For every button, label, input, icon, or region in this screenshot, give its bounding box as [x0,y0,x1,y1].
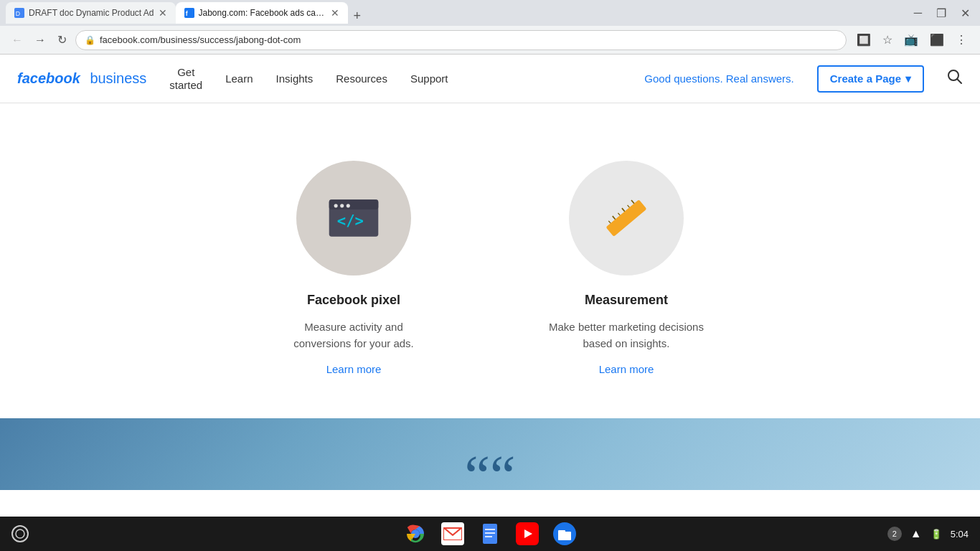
cards-section: </> Facebook pixel Measure activity and … [0,132,980,418]
close-window-button[interactable]: ✕ [956,5,974,22]
tab1-close-icon[interactable]: ✕ [159,7,167,19]
pixel-icon-circle: </> [296,161,411,276]
svg-rect-32 [558,530,565,533]
title-bar: D DRAFT doc Dynamic Product Ad ✕ f Jabon… [0,0,980,26]
taskbar-left [11,525,29,542]
svg-rect-8 [334,204,338,207]
notification-badge: 2 [887,527,902,541]
tab2-title: Jabong.com: Facebook ads cas… [199,8,326,18]
minimize-button[interactable]: ─ [910,5,926,21]
chrome-app-icon[interactable] [404,522,427,545]
bookmark-button[interactable]: ☆ [878,30,897,50]
url-bar[interactable]: 🔒 facebook.com/business/success/jabong-d… [75,30,847,50]
screen-cast-button[interactable]: 📺 [900,30,923,50]
back-button[interactable]: ← [9,31,26,50]
svg-line-18 [631,200,634,204]
taskbar: 2 ▲ 🔋 5:04 [0,517,980,551]
main-navigation: facebook business Getstarted Learn Insig… [0,55,980,103]
svg-line-17 [628,205,630,207]
youtube-icon [516,522,539,545]
browser-chrome: D DRAFT doc Dynamic Product Ad ✕ f Jabon… [0,0,980,55]
svg-text:f: f [185,10,187,17]
svg-line-14 [613,216,616,220]
nav-links: Getstarted Learn Insights Resources Supp… [169,66,621,92]
svg-rect-12 [606,199,647,237]
maximize-button[interactable]: ❐ [932,5,951,22]
wifi-icon: ▲ [910,527,922,540]
forward-button[interactable]: → [32,31,49,50]
svg-line-5 [957,79,961,83]
browser-actions: 🔲 ☆ 📺 ⬛ ⋮ [852,30,971,50]
create-page-button[interactable]: Create a Page ▾ [817,65,924,93]
svg-line-13 [608,221,611,223]
reload-button[interactable]: ↻ [55,30,70,50]
ruler-icon [598,197,655,240]
create-page-label: Create a Page [830,72,901,85]
tab2-close-icon[interactable]: ✕ [331,7,339,19]
pixel-learn-more-link[interactable]: Learn more [326,363,382,375]
youtube-app-icon[interactable] [516,522,539,545]
svg-rect-26 [485,532,495,534]
measurement-learn-more-link[interactable]: Learn more [599,363,654,375]
gmail-app-icon[interactable] [441,522,464,545]
facebook-pixel-card: </> Facebook pixel Measure activity and … [275,161,433,375]
window-controls: ─ ❐ ✕ [910,5,974,22]
ruler-icon-circle [569,161,684,276]
docs-app-icon[interactable] [479,522,501,545]
facebook-business-logo[interactable]: facebook business [17,70,146,87]
battery-icon: 🔋 [930,529,942,540]
main-content: </> Facebook pixel Measure activity and … [0,103,980,490]
gmail-icon [441,522,464,545]
nav-learn[interactable]: Learn [225,72,253,85]
nav-cta-text[interactable]: Good questions. Real answers. [644,72,793,86]
footer-section: ““ [0,418,980,490]
tabs-area: D DRAFT doc Dynamic Product Ad ✕ f Jabon… [6,2,910,24]
docs-icon [479,522,501,545]
system-time: 5:04 [951,529,969,540]
home-button[interactable] [11,525,29,542]
measurement-card-title: Measurement [585,293,668,308]
new-tab-button[interactable]: + [348,9,367,24]
menu-button[interactable]: ⋮ [951,30,971,50]
drive-icon [553,522,576,545]
svg-line-15 [618,213,620,215]
office-button[interactable]: ⬛ [925,30,948,50]
svg-line-16 [622,208,625,212]
tab-jabong[interactable]: f Jabong.com: Facebook ads cas… ✕ [176,2,348,24]
taskbar-center [404,522,576,545]
svg-text:D: D [16,10,20,17]
svg-point-19 [16,529,24,538]
svg-text:</>: </> [337,212,364,230]
facebook-business-page: facebook business Getstarted Learn Insig… [0,55,980,490]
url-text: facebook.com/business/success/jabong-dot… [100,34,301,45]
pixel-code-icon: </> [325,197,382,240]
measurement-card-desc: Make better marketing decisions based on… [547,319,705,352]
address-bar: ← → ↻ 🔒 facebook.com/business/success/ja… [0,26,980,55]
search-button[interactable] [947,69,963,88]
tab1-favicon-icon: D [14,8,24,18]
tab-draft-doc[interactable]: D DRAFT doc Dynamic Product Ad ✕ [6,2,176,24]
logo-facebook-word: facebook [17,70,80,87]
tab1-title: DRAFT doc Dynamic Product Ad [29,8,154,18]
measurement-card: Measurement Make better marketing decisi… [547,161,705,375]
home-icon [15,529,25,539]
quote-mark-icon: ““ [464,447,515,490]
logo-business-word: business [90,70,146,87]
search-icon [947,69,963,85]
create-page-chevron-icon: ▾ [905,72,911,85]
svg-rect-25 [485,529,495,530]
pixel-card-title: Facebook pixel [307,293,400,308]
extension-button[interactable]: 🔲 [852,30,875,50]
svg-rect-9 [340,204,344,207]
svg-rect-27 [485,536,492,537]
tab2-favicon-icon: f [184,8,194,18]
drive-app-icon[interactable] [553,522,576,545]
lock-icon: 🔒 [85,35,95,45]
nav-support[interactable]: Support [410,72,448,85]
nav-resources[interactable]: Resources [336,72,387,85]
pixel-card-desc: Measure activity and conversions for you… [275,319,433,352]
nav-get-started[interactable]: Getstarted [169,66,202,92]
svg-rect-10 [347,204,350,207]
taskbar-right: 2 ▲ 🔋 5:04 [887,527,969,541]
nav-insights[interactable]: Insights [276,72,314,85]
